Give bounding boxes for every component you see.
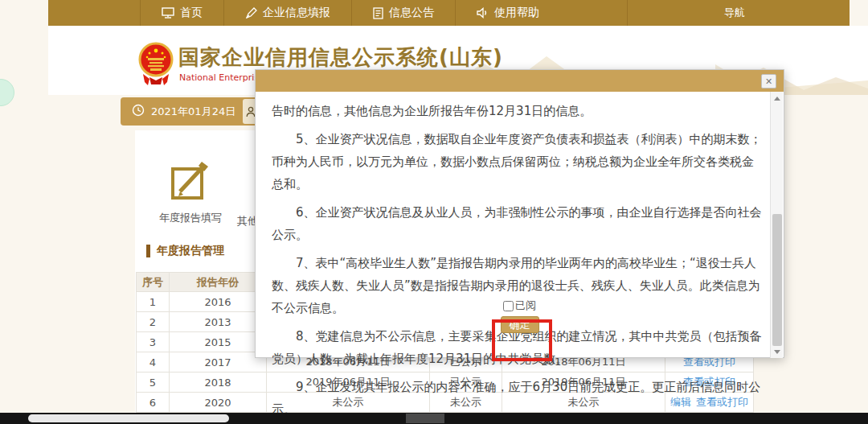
cell-no: 2 [137,312,170,331]
section-header: 年度报告管理 [146,244,224,258]
cell-no: 4 [137,352,170,372]
cell-year: 2013 [170,312,267,331]
confirm-button[interactable]: 确定 [501,316,539,333]
cell-year: 2020 [170,393,267,412]
current-date: 2021年01月24日 [151,105,235,119]
scroll-down-icon[interactable] [772,347,782,356]
horizontal-scrollbar[interactable] [0,413,868,424]
nav-item-label: 首页 [180,6,203,20]
nav-right-label: 导航 [724,6,745,20]
nav-item-help[interactable]: 使用帮助 [455,0,560,26]
section-title: 年度报告管理 [157,244,224,258]
nav-item-label: 信息公告 [389,6,434,20]
read-checkbox[interactable] [503,301,514,311]
cell-year: 2017 [170,352,267,372]
modal-scrollbar[interactable] [770,92,783,358]
cell-no: 6 [137,393,170,412]
date-bar: 2021年01月24日 [121,97,259,126]
cell-year: 2015 [170,332,267,352]
scroll-up-icon[interactable] [772,93,782,103]
monitor-icon [162,7,174,19]
cell-no: 1 [137,292,170,311]
nav-item-label: 使用帮助 [494,6,539,20]
cell-year: 2016 [170,292,267,311]
annual-report-fill-label[interactable]: 年度报告填写 [140,211,241,225]
read-checkbox-label: 已阅 [515,298,536,313]
national-emblem-logo [138,40,174,90]
top-navbar: 首页 企业信息填报 信息公告 使用帮助 导航 [48,0,850,26]
site-subtitle: National Enterprise [179,72,264,83]
modal-header [256,70,784,92]
nav-item-enterprise-filing[interactable]: 企业信息填报 [223,0,351,26]
col-header-no: 序号 [137,273,170,291]
scrollbar-thumb[interactable] [772,214,782,346]
site-title: 国家企业信用信息公示系统(山东) [178,43,503,72]
cell-no: 3 [137,332,170,352]
nav-item-announcements[interactable]: 信息公告 [351,0,455,26]
close-icon[interactable]: ✕ [761,74,776,89]
cell-year: 2018 [170,373,267,392]
scrollbar-segment [406,414,444,423]
modal-paragraph: 6、企业资产状况信息及从业人员，为非强制性公示的事项，由企业自行选择是否向社会公… [272,201,764,246]
modal-paragraph: 告时的信息，其他信息为企业所报告年份12月31日的信息。 [272,100,764,122]
annual-report-edit-icon[interactable] [170,159,211,206]
confirm-area: 已阅 确定 [256,298,784,333]
nav-item-label: 企业信息填报 [263,6,330,20]
side-decoration-circle [0,79,14,106]
nav-item-home[interactable]: 首页 [140,0,223,26]
document-icon [373,7,383,19]
modal-paragraph: 5、企业资产状况信息，数据取自企业年度资产负债表和损益表（利润表）中的期末数；币… [272,128,764,196]
speaker-icon [477,7,489,19]
nav-spacer [48,0,140,26]
notice-modal: ✕ 告时的信息，其他信息为企业所报告年份12月31日的信息。 5、企业资产状况信… [255,69,784,358]
pen-icon [245,7,257,19]
nav-item-navigation[interactable]: 导航 [627,0,850,26]
col-header-year: 报告年份 [170,273,267,291]
clock-icon [132,104,145,119]
scrollbar-thumb[interactable] [28,414,229,422]
section-accent-bar [146,245,150,257]
cell-no: 5 [137,373,170,392]
read-checkbox-row: 已阅 [503,298,536,313]
